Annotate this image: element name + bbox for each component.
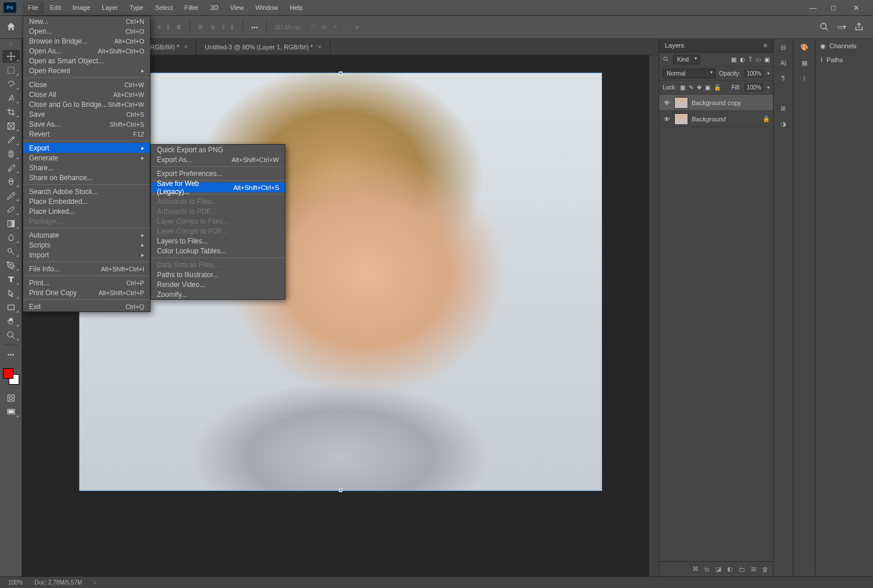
fg-color[interactable] — [3, 368, 13, 379]
eraser-tool[interactable] — [2, 203, 20, 216]
menu-item-export-as[interactable]: Export As...Alt+Shift+Ctrl+W — [151, 155, 285, 164]
doc-size[interactable]: Doc: 2,78M/5,57M — [35, 579, 83, 586]
filter-icon[interactable] — [663, 56, 670, 64]
collapse-icon[interactable]: ›› — [7, 41, 15, 47]
hand-tool[interactable] — [2, 315, 20, 328]
layers-tab[interactable]: Layers≡ — [659, 39, 773, 53]
menu-item-save[interactable]: SaveCtrl+S — [23, 109, 150, 119]
menu-item-save-as[interactable]: Save As...Shift+Ctrl+S — [23, 119, 150, 129]
menu-item-close-all[interactable]: Close AllAlt+Ctrl+W — [23, 89, 150, 99]
vertical-scrollbar[interactable] — [649, 55, 659, 576]
layer-row[interactable]: 👁Background🔒 — [659, 111, 773, 127]
brush-tool[interactable] — [2, 162, 20, 174]
lock-artboard-icon[interactable]: ▣ — [705, 84, 710, 91]
filter-adjust-icon[interactable]: ◐ — [740, 56, 745, 63]
menu-item-search-adobe-stock[interactable]: Search Adobe Stock... — [23, 187, 150, 196]
menu-layer[interactable]: Layer — [96, 1, 124, 14]
filter-type-icon[interactable]: T — [749, 56, 752, 63]
fill-value[interactable]: 100% — [744, 83, 764, 92]
link-icon[interactable]: ⌘ — [692, 565, 699, 573]
history-brush-tool[interactable] — [2, 189, 20, 202]
type-tool[interactable] — [2, 273, 20, 286]
menu-select[interactable]: Select — [149, 1, 179, 14]
menu-edit[interactable]: Edit — [44, 1, 67, 14]
paths-item[interactable]: ⌇Paths — [815, 53, 873, 67]
menu-filter[interactable]: Filter — [178, 1, 204, 14]
layer-thumb[interactable] — [674, 97, 688, 109]
panel-menu-icon[interactable]: ≡ — [764, 42, 767, 49]
menu-item-new[interactable]: New...Ctrl+N — [23, 16, 150, 26]
layer-thumb[interactable] — [674, 113, 688, 125]
menu-window[interactable]: Window — [249, 1, 284, 14]
menu-item-import[interactable]: Import — [23, 250, 150, 260]
paragraph-icon[interactable]: ¶ — [782, 74, 785, 81]
menu-item-save-for-web-legacy[interactable]: Save for Web (Legacy)...Alt+Shift+Ctrl+S — [151, 182, 285, 192]
filter-pixel-icon[interactable]: ▦ — [731, 56, 736, 63]
rectangle-tool[interactable] — [2, 301, 20, 314]
channels-item[interactable]: ◉Channels — [815, 39, 873, 53]
character-icon[interactable]: A| — [780, 59, 786, 66]
document-tab[interactable]: Untitled-3 @ 80% (Layer 1, RGB/8#) *× — [196, 39, 330, 55]
fx-icon[interactable]: fx — [704, 566, 710, 573]
group-icon[interactable]: 🗀 — [739, 566, 745, 573]
marquee-tool[interactable] — [2, 64, 20, 77]
lock-move-icon[interactable]: ✥ — [697, 84, 702, 91]
menu-item-place-embedded[interactable]: Place Embedded... — [23, 196, 150, 206]
minimize-button[interactable]: — — [809, 3, 817, 12]
filter-smart-icon[interactable]: ▣ — [764, 56, 770, 63]
lock-all-icon[interactable]: 🔒 — [714, 84, 721, 91]
color-swatches[interactable] — [3, 368, 19, 385]
properties-icon[interactable]: ⊟ — [781, 44, 786, 51]
trash-icon[interactable]: 🗑 — [762, 566, 768, 573]
eyedropper-tool[interactable] — [2, 134, 20, 146]
zoom-level[interactable]: 100% — [8, 579, 23, 586]
frame-tool[interactable] — [2, 120, 20, 132]
more-icon[interactable]: ••• — [251, 24, 258, 31]
layer-row[interactable]: 👁Background copy — [659, 95, 773, 111]
swatches-icon[interactable]: ▦ — [802, 59, 807, 67]
menu-item-revert[interactable]: RevertF12 — [23, 129, 150, 139]
close-tab-icon[interactable]: × — [184, 43, 188, 51]
menu-help[interactable]: Help — [284, 1, 309, 14]
menu-item-render-video[interactable]: Render Video... — [151, 279, 285, 289]
menu-item-automate[interactable]: Automate — [23, 230, 150, 240]
menu-type[interactable]: Type — [124, 1, 149, 14]
opacity-value[interactable]: 100% — [744, 69, 764, 78]
lock-trans-icon[interactable]: ▦ — [680, 84, 685, 91]
zoom-tool[interactable] — [2, 329, 20, 342]
menu-item-print[interactable]: Print...Ctrl+P — [23, 278, 150, 288]
filter-shape-icon[interactable]: ▭ — [756, 56, 761, 63]
pen-tool[interactable] — [2, 259, 20, 272]
blur-tool[interactable] — [2, 231, 20, 244]
menu-item-generate[interactable]: Generate — [23, 153, 150, 163]
circle-icon[interactable]: ◑ — [781, 120, 786, 128]
menu-item-export-preferences[interactable]: Export Preferences... — [151, 168, 285, 178]
adjustment-icon[interactable]: ◐ — [727, 565, 733, 573]
path-select-tool[interactable] — [2, 287, 20, 300]
mask-icon[interactable]: ◪ — [715, 565, 721, 573]
menu-item-quick-export-as-png[interactable]: Quick Export as PNG — [151, 145, 285, 155]
menu-item-close-and-go-to-bridge[interactable]: Close and Go to Bridge...Shift+Ctrl+W — [23, 99, 150, 109]
blend-dropdown[interactable]: Normal — [663, 69, 715, 78]
status-arrow-icon[interactable]: › — [94, 579, 95, 586]
edit-toolbar[interactable]: ••• — [2, 348, 20, 361]
quickmask-tool[interactable] — [2, 392, 20, 404]
new-layer-icon[interactable]: ⊞ — [751, 565, 756, 573]
menu-item-open[interactable]: Open...Ctrl+O — [23, 26, 150, 36]
adjustments-icon[interactable]: ⊞ — [781, 105, 786, 112]
dodge-tool[interactable] — [2, 245, 20, 258]
menu-file[interactable]: File — [22, 1, 44, 14]
screenmode-tool[interactable] — [2, 406, 20, 418]
workspace-icon[interactable]: ▭▾ — [837, 23, 846, 31]
transform-handle[interactable] — [339, 71, 342, 75]
clone-tool[interactable] — [2, 175, 20, 188]
visibility-icon[interactable]: 👁 — [663, 116, 671, 123]
menu-item-place-linked[interactable]: Place Linked... — [23, 206, 150, 216]
menu-item-print-one-copy[interactable]: Print One CopyAlt+Shift+Ctrl+P — [23, 288, 150, 297]
menu-view[interactable]: View — [224, 1, 250, 14]
lock-paint-icon[interactable]: ✎ — [689, 84, 693, 91]
menu-item-paths-to-illustrator[interactable]: Paths to Illustrator... — [151, 270, 285, 279]
menu-item-scripts[interactable]: Scripts — [23, 240, 150, 250]
move-tool[interactable] — [2, 50, 20, 63]
menu-item-close[interactable]: CloseCtrl+W — [23, 80, 150, 89]
